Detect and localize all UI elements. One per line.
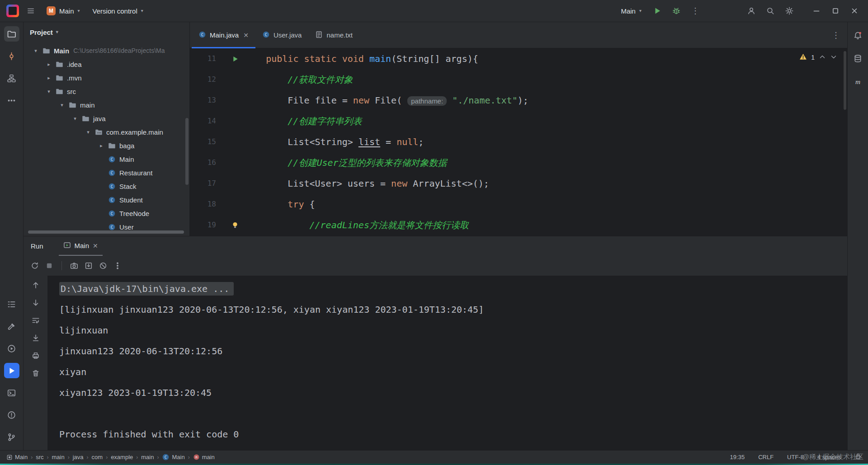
chevron-expanded-icon[interactable]: ▾ <box>44 89 54 94</box>
more-actions-icon[interactable]: ⋮ <box>688 4 703 18</box>
prev-problem-icon[interactable] <box>819 53 826 62</box>
editor-line-18[interactable]: 18 try { <box>190 194 847 215</box>
tab-options-icon[interactable]: ⋮ <box>825 22 847 48</box>
console-output[interactable]: D:\Java\jdk-17\bin\java.exe ...[lijinxua… <box>47 276 847 450</box>
tree-item-src[interactable]: ▾src <box>24 85 189 98</box>
arrow-down-icon[interactable] <box>30 297 42 309</box>
folded-command-line[interactable]: D:\Java\jdk-17\bin\java.exe ... <box>59 282 234 296</box>
line-number[interactable]: 19 <box>190 215 218 235</box>
scroll-end-icon[interactable] <box>30 332 42 344</box>
vertical-scrollbar[interactable] <box>185 118 189 185</box>
run-button[interactable] <box>650 4 665 18</box>
chevron-collapsed-icon[interactable]: ▸ <box>44 75 54 81</box>
import-icon[interactable] <box>83 260 94 272</box>
chevron-expanded-icon[interactable]: ▾ <box>83 129 93 135</box>
settings-gear-icon[interactable] <box>782 4 797 18</box>
notifications-icon[interactable] <box>850 28 866 43</box>
chevron-expanded-icon[interactable]: ▾ <box>57 102 67 108</box>
chevron-collapsed-icon[interactable]: ▸ <box>44 61 54 67</box>
console-line[interactable]: D:\Java\jdk-17\bin\java.exe ... <box>59 278 847 299</box>
tab-main-java[interactable]: CMain.java✕ <box>192 22 255 48</box>
run-method-icon[interactable] <box>218 48 244 69</box>
tab-user-java[interactable]: CUser.java <box>255 22 309 48</box>
editor-line-12[interactable]: 12 //获取文件对象 <box>190 69 847 90</box>
editor-line-19[interactable]: 19 //readLines方法就是将文件按行读取 <box>190 215 847 235</box>
arrow-up-icon[interactable] <box>30 279 42 291</box>
git-branch-icon[interactable] <box>4 429 19 445</box>
camera-icon[interactable] <box>68 260 80 272</box>
search-everywhere-icon[interactable] <box>763 4 778 18</box>
clear-icon[interactable] <box>30 367 42 379</box>
tree-item-restaurant[interactable]: CRestaurant <box>24 166 189 179</box>
maven-icon[interactable]: m <box>850 74 866 89</box>
indent-style[interactable]: 4 spaces <box>817 454 841 460</box>
tree-item-main[interactable]: ▾MainC:\Users\86166\IdeaProjects\Ma <box>24 44 189 57</box>
editor-line-13[interactable]: 13 File file = new File( pathname: "./na… <box>190 90 847 111</box>
stop-icon[interactable] <box>43 260 55 272</box>
breadcrumb-item[interactable]: CMain <box>162 453 184 461</box>
line-separator[interactable]: CRLF <box>758 454 774 460</box>
close-icon[interactable]: ✕ <box>93 242 98 249</box>
mute-icon[interactable] <box>97 260 109 272</box>
tab-name-txt[interactable]: name.txt <box>308 22 359 48</box>
intention-bulb-icon[interactable] <box>218 215 244 235</box>
line-number[interactable]: 13 <box>190 90 218 111</box>
line-number[interactable]: 12 <box>190 69 218 90</box>
chevron-expanded-icon[interactable]: ▾ <box>31 48 41 54</box>
line-number[interactable]: 16 <box>190 152 218 173</box>
breadcrumb-item[interactable]: com <box>92 454 103 460</box>
window-minimize-button[interactable] <box>809 4 824 18</box>
build-icon[interactable] <box>4 319 19 334</box>
tree-item-main[interactable]: CMain <box>24 152 189 166</box>
softwrap-icon[interactable] <box>30 315 42 326</box>
next-problem-icon[interactable] <box>830 53 837 62</box>
editor-body[interactable]: 11 public static void main(String[] args… <box>190 48 847 236</box>
line-number[interactable]: 14 <box>190 111 218 132</box>
structure-icon[interactable] <box>4 70 19 86</box>
tree-item-com-example-main[interactable]: ▾com.example.main <box>24 125 189 139</box>
tree-item-java[interactable]: ▾java <box>24 112 189 125</box>
editor-scrollbar[interactable] <box>844 51 846 110</box>
project-folder-icon[interactable] <box>4 26 19 42</box>
more-tools-icon[interactable] <box>4 93 19 108</box>
window-maximize-button[interactable] <box>828 4 843 18</box>
breadcrumb-item[interactable]: main <box>52 454 65 460</box>
user-account-icon[interactable] <box>744 4 759 18</box>
services-icon[interactable] <box>4 341 19 356</box>
tree-item--idea[interactable]: ▸.idea <box>24 57 189 71</box>
run-panel-title[interactable]: Run <box>31 236 43 256</box>
line-number[interactable]: 18 <box>190 194 218 215</box>
horizontal-scrollbar[interactable] <box>28 230 184 234</box>
project-widget[interactable]: M Main ▾ <box>42 4 84 18</box>
breadcrumb-item[interactable]: main <box>141 454 154 460</box>
problems-icon[interactable] <box>4 407 19 423</box>
tree-item-student[interactable]: CStudent <box>24 193 189 207</box>
commit-icon[interactable] <box>4 48 19 64</box>
editor-line-11[interactable]: 11 public static void main(String[] args… <box>190 48 847 69</box>
rerun-icon[interactable] <box>29 260 41 272</box>
breadcrumb-item[interactable]: java <box>73 454 84 460</box>
window-close-button[interactable] <box>847 4 862 18</box>
tree-item-stack[interactable]: CStack <box>24 179 189 193</box>
chevron-expanded-icon[interactable]: ▾ <box>70 116 80 122</box>
tree-item-main[interactable]: ▾main <box>24 98 189 112</box>
tree-item-baga[interactable]: ▸baga <box>24 139 189 152</box>
breadcrumb-item[interactable]: Main <box>6 454 28 460</box>
vcs-widget[interactable]: Version control ▾ <box>89 5 147 17</box>
terminal-icon[interactable] <box>4 385 19 400</box>
print-icon[interactable] <box>30 350 42 362</box>
database-icon[interactable] <box>850 51 866 66</box>
debug-button[interactable] <box>669 4 684 18</box>
file-encoding[interactable]: UTF-8 <box>787 454 804 460</box>
tree-item--mvn[interactable]: ▸.mvn <box>24 71 189 85</box>
tree-item-treenode[interactable]: CTreeNode <box>24 207 189 220</box>
close-tab-icon[interactable]: ✕ <box>243 32 249 39</box>
editor-line-16[interactable]: 16 //创建User泛型的列表来存储对象数据 <box>190 152 847 173</box>
run-tool-icon[interactable] <box>4 363 19 378</box>
more-options-icon[interactable] <box>112 260 123 272</box>
editor-line-14[interactable]: 14 //创建字符串列表 <box>190 111 847 132</box>
line-number[interactable]: 11 <box>190 48 218 69</box>
chevron-collapsed-icon[interactable]: ▸ <box>96 143 106 149</box>
breadcrumb-item[interactable]: src <box>36 454 43 460</box>
line-number[interactable]: 15 <box>190 132 218 152</box>
